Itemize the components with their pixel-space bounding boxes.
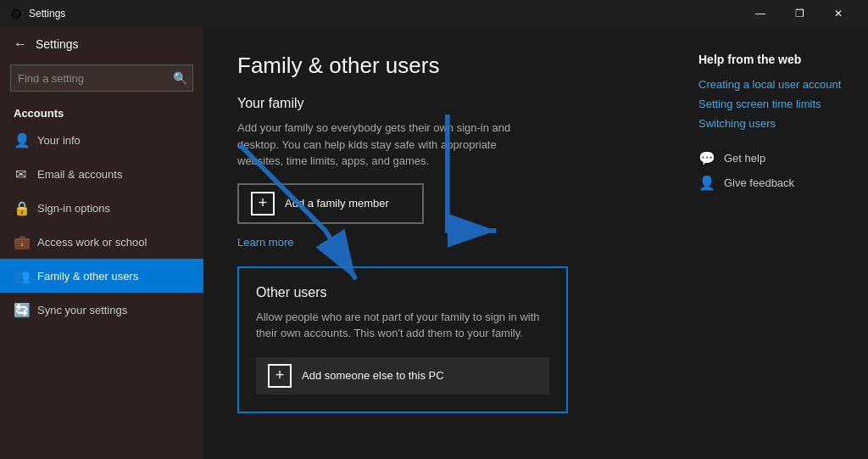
help-link-screen-time[interactable]: Setting screen time limits: [698, 98, 851, 110]
your-family-section: Your family Add your family so everybody…: [237, 96, 648, 249]
access-work-icon: 💼: [14, 234, 27, 250]
help-link-creating[interactable]: Creating a local user account: [698, 78, 851, 91]
sidebar-item-your-info[interactable]: 👤 Your info: [0, 123, 203, 157]
sidebar-item-sync[interactable]: 🔄 Sync your settings: [0, 293, 203, 327]
search-button[interactable]: 🔍: [167, 64, 192, 92]
sidebar-item-sign-in[interactable]: 🔒 Sign-in options: [0, 191, 203, 225]
add-someone-button[interactable]: + Add someone else to this PC: [256, 357, 549, 395]
get-help-action[interactable]: 💬 Get help: [698, 150, 851, 166]
give-feedback-label: Give feedback: [724, 176, 794, 189]
right-panel: Help from the web Creating a local user …: [682, 27, 868, 459]
add-family-btn-label: Add a family member: [285, 197, 389, 210]
sidebar-item-email-accounts[interactable]: ✉ Email & accounts: [0, 157, 203, 191]
give-feedback-action[interactable]: 👤 Give feedback: [698, 175, 851, 191]
plus-icon: +: [251, 192, 275, 216]
add-someone-btn-label: Add someone else to this PC: [302, 369, 444, 382]
family-icon: 👥: [14, 268, 27, 284]
sidebar-item-label: Access work or school: [37, 236, 147, 249]
sync-icon: 🔄: [14, 302, 27, 318]
your-family-desc: Add your family so everybody gets their …: [237, 120, 526, 170]
main-content: Family & other users Your family Add you…: [203, 27, 682, 459]
sidebar-back-label: Settings: [36, 37, 79, 51]
search-input[interactable]: [11, 72, 167, 85]
sidebar-item-label: Your info: [37, 134, 81, 147]
learn-more-link[interactable]: Learn more: [237, 236, 293, 249]
add-family-member-button[interactable]: + Add a family member: [237, 183, 424, 224]
titlebar-title: Settings: [29, 8, 65, 20]
other-users-title: Other users: [256, 285, 549, 300]
your-family-title: Your family: [237, 96, 648, 111]
titlebar-controls: — ❐ ✕: [741, 0, 858, 27]
sidebar-item-family[interactable]: 👥 Family & other users: [0, 259, 203, 293]
sidebar: ← Settings 🔍 Accounts 👤 Your info ✉ Emai…: [0, 27, 203, 459]
sign-in-icon: 🔒: [14, 200, 27, 216]
sidebar-item-label: Email & accounts: [37, 168, 122, 181]
sidebar-item-label: Sign-in options: [37, 202, 110, 215]
other-users-desc: Allow people who are not part of your fa…: [256, 309, 549, 342]
sidebar-item-label: Sync your settings: [37, 304, 127, 316]
minimize-button[interactable]: —: [741, 0, 780, 27]
close-button[interactable]: ✕: [819, 0, 858, 27]
get-help-label: Get help: [724, 152, 765, 165]
email-icon: ✉: [14, 166, 27, 182]
page-title: Family & other users: [237, 53, 648, 79]
search-box: 🔍: [10, 64, 193, 92]
sidebar-item-label: Family & other users: [37, 270, 138, 283]
other-users-section: Other users Allow people who are not par…: [237, 266, 568, 413]
titlebar: ⚙ Settings — ❐ ✕: [0, 0, 868, 27]
help-title: Help from the web: [698, 53, 851, 66]
plus-icon-other: +: [268, 364, 292, 388]
help-link-switching[interactable]: Switching users: [698, 117, 851, 130]
app-body: ← Settings 🔍 Accounts 👤 Your info ✉ Emai…: [0, 27, 868, 459]
sidebar-item-access-work[interactable]: 💼 Access work or school: [0, 225, 203, 259]
restore-button[interactable]: ❐: [780, 0, 819, 27]
help-actions: 💬 Get help 👤 Give feedback: [698, 150, 851, 191]
titlebar-left: ⚙ Settings: [10, 6, 65, 22]
back-arrow-icon: ←: [14, 36, 27, 52]
get-help-icon: 💬: [698, 150, 715, 166]
settings-icon: ⚙: [10, 6, 22, 22]
your-info-icon: 👤: [14, 132, 27, 148]
give-feedback-icon: 👤: [698, 175, 715, 191]
sidebar-back-button[interactable]: ← Settings: [0, 27, 203, 61]
accounts-section-label: Accounts: [0, 98, 203, 123]
